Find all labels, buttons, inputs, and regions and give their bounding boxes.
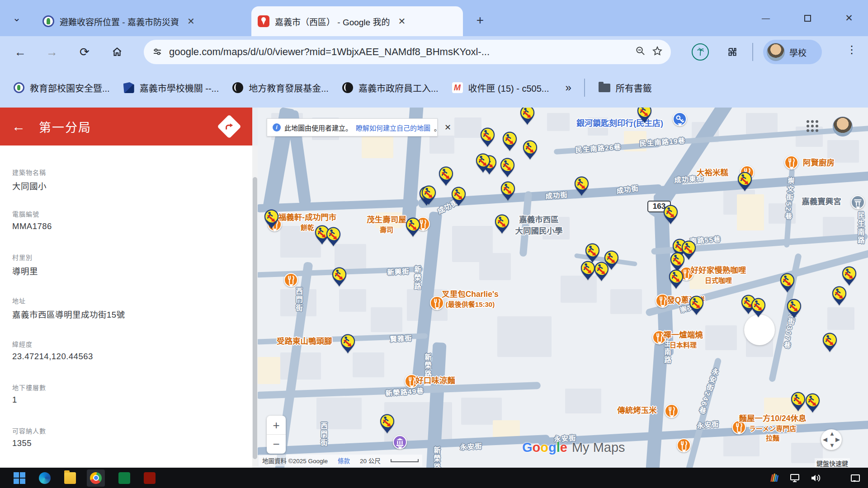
shelter-marker[interactable] <box>668 269 684 289</box>
restaurant-poi-icon[interactable] <box>284 273 298 287</box>
tab-close-icon[interactable]: ✕ <box>395 15 408 28</box>
notice-close-icon[interactable]: ✕ <box>444 122 451 132</box>
home-button[interactable] <box>107 42 127 62</box>
shelter-marker[interactable] <box>737 171 753 192</box>
bookmark-star-icon[interactable] <box>652 46 663 59</box>
poi-label[interactable]: 麵屋一方10/24休息ラーメン専門店拉麵 <box>739 412 807 442</box>
tab-close-icon[interactable]: ✕ <box>184 15 198 28</box>
shelter-marker[interactable] <box>438 166 454 186</box>
zoom-page-icon[interactable] <box>635 46 646 58</box>
network-icon[interactable] <box>789 474 800 483</box>
bookmark-gmail-inbox[interactable]: M收件匣 (15) - c505... <box>452 81 549 94</box>
shelter-marker[interactable] <box>500 157 515 178</box>
window-minimize-button[interactable]: — <box>756 10 776 26</box>
zoom-in-button[interactable]: + <box>267 416 286 435</box>
tab-search-button[interactable]: ⌄ <box>6 8 27 28</box>
poi-label[interactable]: 傳統烤玉米 <box>617 404 657 415</box>
shelter-marker[interactable] <box>786 298 802 319</box>
shelter-marker[interactable] <box>779 272 795 293</box>
poi-label[interactable]: 好好家慢熟咖哩日式咖哩 <box>691 264 746 285</box>
shelter-marker[interactable] <box>522 140 538 160</box>
shelter-marker[interactable] <box>790 391 806 412</box>
bookmarks-overflow-chevron[interactable]: » <box>566 81 571 94</box>
google-apps-grid-icon[interactable] <box>806 119 819 133</box>
palm-tree-extension-icon[interactable] <box>692 43 709 61</box>
restaurant-poi-icon[interactable] <box>665 404 679 418</box>
shelter-marker[interactable] <box>805 393 821 413</box>
shelter-marker[interactable] <box>689 295 704 315</box>
shelter-marker[interactable] <box>841 266 857 286</box>
shelter-marker[interactable] <box>379 413 395 434</box>
poi-label[interactable]: 好口味涼麵 <box>415 374 455 385</box>
excel-taskbar-icon[interactable] <box>118 472 130 484</box>
poi-label[interactable]: 嘉義市西區大同國民小學 <box>515 213 563 236</box>
shelter-marker[interactable] <box>663 204 679 225</box>
shelter-marker[interactable] <box>405 217 421 237</box>
bookmark-campus-safety[interactable]: 教育部校園安全暨... <box>14 81 110 94</box>
address-bar[interactable]: google.com/maps/d/u/0/viewer?mid=1WbjxAE… <box>144 40 671 64</box>
edge-taskbar-icon[interactable] <box>39 472 51 484</box>
browser-menu-icon[interactable]: ⋮ <box>846 43 857 56</box>
zoom-control[interactable]: + − <box>267 416 286 454</box>
poi-label[interactable]: 禪一爐端燒日本料理 <box>663 328 703 349</box>
tab-my-maps-active[interactable]: 嘉義市（西區） - Google 我的 ✕ <box>251 6 463 36</box>
volume-icon[interactable] <box>810 474 821 483</box>
acrobat-taskbar-icon[interactable] <box>144 472 156 484</box>
tray-app-icon[interactable] <box>769 474 779 483</box>
start-button[interactable] <box>14 472 25 484</box>
pan-control[interactable]: ▲ ▼ ◀ ▶ <box>821 429 842 450</box>
all-bookmarks-folder[interactable]: 所有書籤 <box>599 81 652 94</box>
shelter-marker[interactable] <box>594 261 609 282</box>
poi-label[interactable]: 嘉義寶興宮 <box>802 195 841 206</box>
reload-button[interactable]: ⟳ <box>74 42 95 62</box>
restaurant-poi-icon[interactable] <box>677 438 691 452</box>
shelter-marker[interactable] <box>340 333 356 354</box>
site-settings-icon[interactable] <box>152 47 163 57</box>
back-arrow-icon[interactable]: ← <box>12 119 25 134</box>
new-tab-button[interactable]: + <box>471 12 489 30</box>
file-explorer-taskbar-icon[interactable] <box>64 472 76 484</box>
bookmark-school-agencies[interactable]: 嘉義市學校機關 --... <box>123 81 219 94</box>
map-canvas[interactable]: 163 i 此地圖由使用者建立。瞭解如何建立自己的地圖。 ✕ + − ▲ ▼ ◀… <box>258 108 868 468</box>
account-avatar[interactable] <box>833 117 853 136</box>
url-text[interactable]: google.com/maps/d/u/0/viewer?mid=1WbjxAE… <box>169 46 629 58</box>
temple-poi-icon[interactable] <box>851 195 865 209</box>
profile-chip[interactable]: 學校 <box>763 40 822 64</box>
keyboard-shortcuts-hint[interactable]: 鍵盤快速鍵 <box>815 458 850 468</box>
bookmark-city-employee-portal[interactable]: 嘉義市政府員工入... <box>342 81 439 94</box>
poi-label[interactable]: 大裕米糕 <box>697 166 728 178</box>
shelter-marker[interactable] <box>637 108 652 123</box>
back-button[interactable]: ← <box>10 42 31 62</box>
extensions-puzzle-icon[interactable] <box>723 43 741 61</box>
poi-label[interactable]: 茂生壽司屋壽司 <box>367 213 406 234</box>
zoom-out-button[interactable]: − <box>267 435 286 454</box>
shelter-marker[interactable] <box>519 108 535 125</box>
shelter-marker[interactable] <box>574 176 590 196</box>
shelter-marker[interactable] <box>750 297 766 318</box>
shelter-marker[interactable] <box>451 186 467 206</box>
shelter-marker[interactable] <box>494 214 510 234</box>
tab-shelter-locations[interactable]: 避難收容所位置 - 嘉義市防災資 ✕ <box>36 6 235 36</box>
shelter-marker[interactable] <box>264 209 279 229</box>
shelter-marker[interactable] <box>475 153 491 173</box>
shelter-marker[interactable] <box>831 286 847 306</box>
forward-button[interactable]: → <box>42 42 62 62</box>
key-poi-icon[interactable] <box>673 112 687 126</box>
sidebar-scrollbar-thumb[interactable] <box>253 177 257 459</box>
shelter-marker[interactable] <box>421 185 437 205</box>
window-maximize-button[interactable] <box>797 10 817 26</box>
chrome-taskbar-icon[interactable] <box>87 469 105 487</box>
shelter-marker[interactable] <box>822 332 838 352</box>
shelter-marker[interactable] <box>502 131 518 151</box>
shelter-marker[interactable] <box>500 181 516 201</box>
poi-label[interactable]: 叉里包Charlie's(最後供餐15:30) <box>442 288 499 309</box>
school-poi-icon[interactable] <box>393 435 407 449</box>
poi-label[interactable]: 阿賢廚房 <box>803 156 835 168</box>
shelter-marker[interactable] <box>480 127 495 147</box>
poi-label[interactable]: 受路東山鴨頭腳 <box>277 335 332 346</box>
shelter-marker[interactable] <box>331 267 347 287</box>
notification-center-icon[interactable] <box>851 474 860 482</box>
shelter-marker[interactable] <box>326 226 341 247</box>
restaurant-poi-icon[interactable] <box>784 155 798 169</box>
notice-link[interactable]: 瞭解如何建立自己的地圖 <box>356 123 430 132</box>
